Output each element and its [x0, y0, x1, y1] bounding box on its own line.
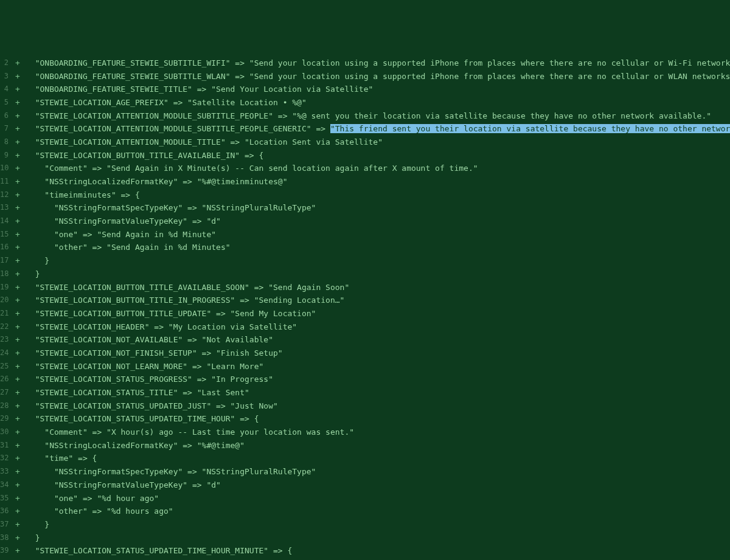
- code-line[interactable]: "STEWIE_LOCATION_BUTTON_TITLE_AVAILABLE_…: [26, 149, 730, 162]
- code-row[interactable]: 5+ "STEWIE_LOCATION_AGE_PREFIX" => "Sate…: [0, 96, 730, 109]
- code-line[interactable]: "STEWIE_LOCATION_HEADER" => "My Location…: [26, 320, 730, 334]
- line-number: 23: [0, 333, 10, 347]
- code-row[interactable]: 17+ }: [0, 254, 730, 268]
- code-row[interactable]: 18+ }: [0, 268, 730, 281]
- code-row[interactable]: 33+ "NSStringFormatSpecTypeKey" => "NSSt…: [0, 465, 730, 479]
- code-line[interactable]: "STEWIE_LOCATION_STATUS_UPDATED_TIME_HOU…: [26, 544, 730, 558]
- code-line[interactable]: "Comment" => "Send Again in X Minute(s) …: [26, 162, 730, 175]
- code-row[interactable]: 2+ "ONBOARDING_FEATURE_STEWIE_SUBTITLE_W…: [0, 57, 730, 70]
- code-row[interactable]: 24+ "STEWIE_LOCATION_NOT_FINISH_SETUP" =…: [0, 347, 730, 360]
- line-number: 7: [0, 122, 10, 136]
- code-line[interactable]: "NSStringFormatValueTypeKey" => "d": [26, 215, 730, 228]
- code-line[interactable]: "NSStringLocalizedFormatKey" => "%#@time…: [26, 439, 730, 452]
- code-row[interactable]: 30+ "Comment" => "X hour(s) ago -- Last …: [0, 426, 730, 439]
- code-row[interactable]: 20+ "STEWIE_LOCATION_BUTTON_TITLE_IN_PRO…: [0, 294, 730, 307]
- code-line[interactable]: "NSStringLocalizedFormatKey" => "%#@time…: [26, 175, 730, 188]
- code-line[interactable]: "Comment" => "X hour(s), Y minute(s) ago…: [26, 558, 730, 560]
- diff-marker: +: [10, 558, 26, 560]
- code-row[interactable]: 40+ "Comment" => "X hour(s), Y minute(s)…: [0, 558, 730, 560]
- code-row[interactable]: 25+ "STEWIE_LOCATION_NOT_LEARN_MORE" => …: [0, 360, 730, 373]
- diff-marker: +: [10, 241, 26, 254]
- code-line[interactable]: "STEWIE_LOCATION_BUTTON_TITLE_IN_PROGRES…: [26, 294, 730, 307]
- line-number: 25: [0, 360, 10, 373]
- code-row[interactable]: 7+ "STEWIE_LOCATION_ATTENTION_MODULE_SUB…: [0, 122, 730, 136]
- code-line[interactable]: }: [26, 531, 730, 545]
- diff-marker: +: [10, 320, 26, 334]
- code-line[interactable]: "STEWIE_LOCATION_AGE_PREFIX" => "Satelli…: [26, 96, 730, 109]
- code-line[interactable]: "STEWIE_LOCATION_BUTTON_TITLE_AVAILABLE_…: [26, 281, 730, 294]
- code-row[interactable]: 22+ "STEWIE_LOCATION_HEADER" => "My Loca…: [0, 320, 730, 334]
- code-line[interactable]: "STEWIE_LOCATION_BUTTON_TITLE_UPDATE" =>…: [26, 307, 730, 320]
- diff-marker: +: [10, 228, 26, 241]
- code-row[interactable]: 15+ "one" => "Send Again in %d Minute": [0, 228, 730, 241]
- code-line[interactable]: "ONBOARDING_FEATURE_STEWIE_SUBTITLE_WIFI…: [26, 57, 730, 70]
- code-line[interactable]: "STEWIE_LOCATION_STATUS_UPDATED_JUST" =>…: [26, 399, 730, 413]
- code-line[interactable]: "other" => "Send Again in %d Minutes": [26, 241, 730, 254]
- code-line[interactable]: "one" => "%d hour ago": [26, 492, 730, 505]
- code-line[interactable]: "STEWIE_LOCATION_STATUS_TITLE" => "Last …: [26, 386, 730, 399]
- diff-marker: +: [10, 201, 26, 215]
- code-row[interactable]: 39+ "STEWIE_LOCATION_STATUS_UPDATED_TIME…: [0, 544, 730, 558]
- code-row[interactable]: 21+ "STEWIE_LOCATION_BUTTON_TITLE_UPDATE…: [0, 307, 730, 320]
- code-line[interactable]: }: [26, 268, 730, 281]
- code-line[interactable]: "STEWIE_LOCATION_STATUS_PROGRESS" => "In…: [26, 373, 730, 386]
- code-line[interactable]: "STEWIE_LOCATION_NOT_AVAILABLE" => "Not …: [26, 333, 730, 347]
- code-line[interactable]: "ONBOARDING_FEATURE_STEWIE_SUBTITLE_WLAN…: [26, 70, 730, 83]
- code-row[interactable]: 8+ "STEWIE_LOCATION_ATTENTION_MODULE_TIT…: [0, 136, 730, 149]
- code-row[interactable]: 27+ "STEWIE_LOCATION_STATUS_TITLE" => "L…: [0, 386, 730, 399]
- code-row[interactable]: 6+ "STEWIE_LOCATION_ATTENTION_MODULE_SUB…: [0, 109, 730, 123]
- line-number: 4: [0, 83, 10, 96]
- code-line[interactable]: "timeinminutes" => {: [26, 188, 730, 202]
- code-row[interactable]: 26+ "STEWIE_LOCATION_STATUS_PROGRESS" =>…: [0, 373, 730, 386]
- code-row[interactable]: 23+ "STEWIE_LOCATION_NOT_AVAILABLE" => "…: [0, 333, 730, 347]
- line-number: 40: [0, 558, 10, 560]
- code-line[interactable]: "time" => {: [26, 452, 730, 465]
- code-line[interactable]: "one" => "Send Again in %d Minute": [26, 228, 730, 241]
- code-row[interactable]: 14+ "NSStringFormatValueTypeKey" => "d": [0, 215, 730, 228]
- diff-marker: +: [10, 492, 26, 505]
- code-row[interactable]: 35+ "one" => "%d hour ago": [0, 492, 730, 505]
- code-row[interactable]: 28+ "STEWIE_LOCATION_STATUS_UPDATED_JUST…: [0, 399, 730, 413]
- code-line[interactable]: "ONBOARDING_FEATURE_STEWIE_TITLE" => "Se…: [26, 83, 730, 96]
- code-row[interactable]: 19+ "STEWIE_LOCATION_BUTTON_TITLE_AVAILA…: [0, 281, 730, 294]
- code-row[interactable]: 10+ "Comment" => "Send Again in X Minute…: [0, 162, 730, 175]
- code-line[interactable]: "NSStringFormatSpecTypeKey" => "NSString…: [26, 201, 730, 215]
- code-line[interactable]: }: [26, 254, 730, 268]
- code-line[interactable]: "other" => "%d hours ago": [26, 505, 730, 518]
- diff-marker: +: [10, 505, 26, 518]
- code-line[interactable]: "Comment" => "X hour(s) ago -- Last time…: [26, 426, 730, 439]
- code-editor[interactable]: 2+ "ONBOARDING_FEATURE_STEWIE_SUBTITLE_W…: [0, 53, 730, 560]
- code-row[interactable]: 16+ "other" => "Send Again in %d Minutes…: [0, 241, 730, 254]
- line-number: 27: [0, 386, 10, 399]
- code-row[interactable]: 29+ "STEWIE_LOCATION_STATUS_UPDATED_TIME…: [0, 412, 730, 426]
- code-line[interactable]: "STEWIE_LOCATION_STATUS_UPDATED_TIME_HOU…: [26, 412, 730, 426]
- code-line[interactable]: "STEWIE_LOCATION_ATTENTION_MODULE_TITLE"…: [26, 136, 730, 149]
- code-row[interactable]: 4+ "ONBOARDING_FEATURE_STEWIE_TITLE" => …: [0, 83, 730, 96]
- code-row[interactable]: 31+ "NSStringLocalizedFormatKey" => "%#@…: [0, 439, 730, 452]
- code-line[interactable]: "NSStringFormatSpecTypeKey" => "NSString…: [26, 465, 730, 479]
- line-number: 11: [0, 175, 10, 188]
- code-row[interactable]: 38+ }: [0, 531, 730, 545]
- line-number: 31: [0, 439, 10, 452]
- diff-marker: +: [10, 347, 26, 360]
- code-line[interactable]: "STEWIE_LOCATION_ATTENTION_MODULE_SUBTIT…: [26, 109, 730, 123]
- code-row[interactable]: 11+ "NSStringLocalizedFormatKey" => "%#@…: [0, 175, 730, 188]
- code-row[interactable]: 37+ }: [0, 518, 730, 531]
- line-number: 28: [0, 399, 10, 413]
- code-row[interactable]: 36+ "other" => "%d hours ago": [0, 505, 730, 518]
- line-number: 34: [0, 479, 10, 492]
- code-line[interactable]: "STEWIE_LOCATION_ATTENTION_MODULE_SUBTIT…: [26, 122, 730, 136]
- code-line[interactable]: "STEWIE_LOCATION_NOT_FINISH_SETUP" => "F…: [26, 347, 730, 360]
- code-line[interactable]: }: [26, 518, 730, 531]
- code-row[interactable]: 3+ "ONBOARDING_FEATURE_STEWIE_SUBTITLE_W…: [0, 70, 730, 83]
- code-line[interactable]: "STEWIE_LOCATION_NOT_LEARN_MORE" => "Lea…: [26, 360, 730, 373]
- code-row[interactable]: 9+ "STEWIE_LOCATION_BUTTON_TITLE_AVAILAB…: [0, 149, 730, 162]
- code-row[interactable]: 12+ "timeinminutes" => {: [0, 188, 730, 202]
- line-number: 17: [0, 254, 10, 268]
- line-number: 10: [0, 162, 10, 175]
- code-row[interactable]: 13+ "NSStringFormatSpecTypeKey" => "NSSt…: [0, 201, 730, 215]
- code-row[interactable]: 34+ "NSStringFormatValueTypeKey" => "d": [0, 479, 730, 492]
- line-number: 22: [0, 320, 10, 334]
- code-line[interactable]: "NSStringFormatValueTypeKey" => "d": [26, 479, 730, 492]
- code-row[interactable]: 32+ "time" => {: [0, 452, 730, 465]
